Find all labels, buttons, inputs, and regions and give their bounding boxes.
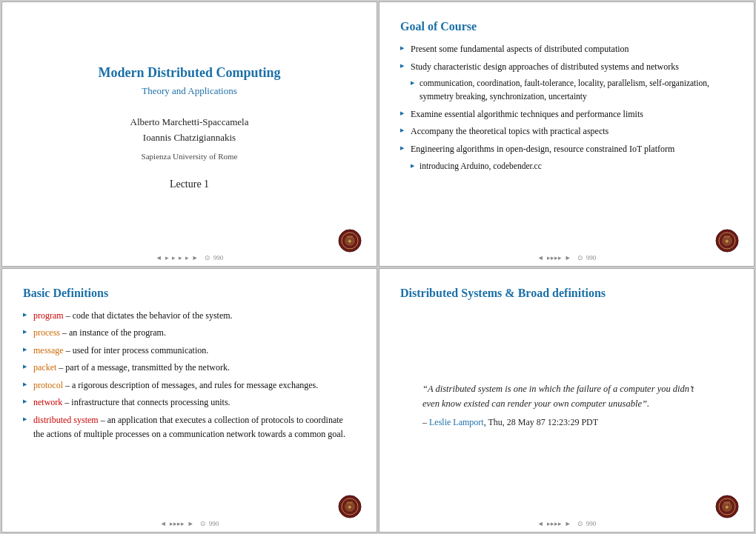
quote-text: “A distributed system is one in which th…: [422, 384, 694, 409]
keyword-distributed: distributed system: [33, 415, 99, 425]
keyword-network: network: [33, 397, 62, 407]
def-process-text: – an instance of the program.: [60, 327, 166, 338]
authors: Alberto Marchetti-Spaccamela Ioannis Cha…: [130, 115, 249, 146]
def-message-text: – used for inter process communication.: [64, 345, 209, 356]
quote-container: “A distributed system is one in which th…: [422, 381, 711, 430]
svg-text:SAP: SAP: [347, 501, 353, 504]
nav-left-arrow-3[interactable]: ◄: [160, 520, 167, 527]
def-protocol: protocol – a rigorous description of mes…: [23, 378, 356, 393]
affiliation: Sapienza University of Rome: [142, 152, 238, 161]
slide-footer-3: ◄ ▸▸▸▸ ► ⊙ 990: [2, 520, 377, 527]
def-distributed: distributed system – an application that…: [23, 413, 356, 441]
slide-title-text: Goal of Course: [400, 20, 733, 33]
bullet-item-0: Present some fundamental aspects of dist…: [400, 42, 733, 56]
nav-right-arrow-3[interactable]: ►: [188, 520, 194, 527]
slide-footer: ◄ ▸ ▸ ▸ ▸ ► ⊙ 990: [2, 254, 377, 261]
keyword-message: message: [33, 345, 64, 356]
svg-text:✦: ✦: [347, 238, 353, 245]
def-protocol-text: – a rigorous description of messages, an…: [63, 380, 318, 390]
slide-broad-def: Distributed Systems & Broad definitions …: [379, 268, 755, 533]
svg-text:✦: ✦: [347, 504, 353, 511]
page-indicator: 990: [213, 254, 224, 261]
keyword-program: program: [33, 310, 64, 321]
def-program: program – code that dictates the behavio…: [23, 309, 356, 323]
bullet-item-2: Examine essential algorithmic techniques…: [400, 107, 733, 121]
nav-right-arrow[interactable]: ►: [192, 254, 199, 261]
svg-text:✦: ✦: [724, 238, 730, 245]
nav-left-arrow[interactable]: ◄: [156, 254, 162, 261]
nav-separator2: ▸: [172, 254, 176, 261]
bullet-item-1: Study characteristic design approaches o…: [400, 60, 733, 74]
goal-bullet-list: Present some fundamental aspects of dist…: [400, 42, 733, 176]
university-seal: ✦ SAP: [338, 229, 362, 253]
slide-goal: Goal of Course Present some fundamental …: [379, 1, 755, 267]
nav-icon: ⊙: [205, 254, 210, 261]
bullet-item-3: Accompany the theoretical topics with pr…: [400, 124, 733, 138]
nav-left-arrow-2[interactable]: ◄: [537, 254, 544, 261]
def-network-text: – infrastructure that connects processin…: [62, 397, 230, 407]
def-process: process – an instance of the program.: [23, 326, 356, 340]
keyword-protocol: protocol: [33, 380, 63, 390]
def-packet-text: – part of a message, transmitted by the …: [56, 362, 230, 373]
nav-left-arrow-4[interactable]: ◄: [537, 520, 544, 527]
def-message: message – used for inter process communi…: [23, 344, 356, 358]
nav-separator4: ▸: [185, 254, 189, 261]
university-seal-2: ✦ SAP: [715, 229, 739, 253]
def-packet: packet – part of a message, transmitted …: [23, 361, 356, 375]
svg-text:SAP: SAP: [724, 501, 730, 504]
nav-right-arrow-4[interactable]: ►: [565, 520, 571, 527]
bullet-item-1-sub: communication, coordination, fault-toler…: [400, 77, 733, 104]
lamport-name: Leslie Lamport: [429, 417, 484, 427]
slide-footer-4: ◄ ▸▸▸▸ ► ⊙ 990: [379, 520, 754, 527]
svg-text:✦: ✦: [724, 504, 730, 511]
title-content: Modern Distributed Computing Theory and …: [23, 20, 356, 236]
subtitle: Theory and Applications: [142, 85, 237, 97]
quote-date: , Thu, 28 May 87 12:23:29 PDT: [484, 417, 598, 427]
nav-separator3: ▸: [179, 254, 182, 261]
basic-def-title: Basic Definitions: [23, 287, 356, 300]
def-program-text: – code that dictates the behavior of the…: [64, 310, 233, 321]
def-network: network – infrastructure that connects p…: [23, 396, 356, 410]
slide-footer-2: ◄ ▸▸▸▸ ► ⊙ 990: [379, 254, 754, 261]
bullet-item-4-sub: introducing Arduino, codebender.cc: [400, 160, 733, 173]
university-seal-3: ✦ SAP: [338, 495, 362, 518]
svg-text:SAP: SAP: [724, 235, 730, 238]
nav-separator: ▸: [165, 254, 169, 261]
basic-def-list: program – code that dictates the behavio…: [23, 309, 356, 445]
slide-basic-def: Basic Definitions program – code that di…: [1, 268, 377, 533]
svg-text:SAP: SAP: [347, 235, 353, 238]
broad-def-title: Distributed Systems & Broad definitions: [400, 287, 733, 300]
keyword-process: process: [33, 327, 60, 338]
nav-right-arrow-2[interactable]: ►: [565, 254, 571, 261]
university-seal-4: ✦ SAP: [715, 495, 739, 518]
quote-attribution: – Leslie Lamport, Thu, 28 May 87 12:23:2…: [422, 415, 711, 430]
slide-title: Modern Distributed Computing Theory and …: [1, 1, 377, 267]
main-title: Modern Distributed Computing: [98, 65, 280, 81]
bullet-item-4: Engineering algorithms in open-design, r…: [400, 142, 733, 156]
lecture-number: Lecture 1: [170, 178, 209, 190]
keyword-packet: packet: [33, 362, 56, 373]
